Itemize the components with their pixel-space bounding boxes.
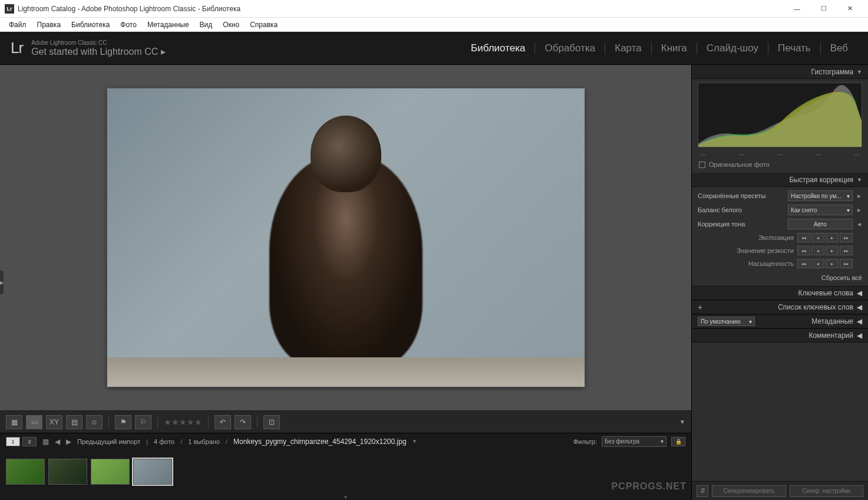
exposure-minus-large[interactable]: ◂◂ [797,233,810,242]
menu-file[interactable]: Файл [4,19,32,31]
rotate-ccw-button[interactable]: ↶ [214,415,231,429]
window-title: Lightroom Catalog - Adobe Photoshop Ligh… [18,5,784,13]
maximize-button[interactable]: ☐ [810,0,837,18]
module-print[interactable]: Печать [768,42,821,54]
rotate-cw-button[interactable]: ↷ [235,415,251,429]
auto-tone-button[interactable]: Авто [788,219,853,229]
nav-back[interactable]: ◀ [55,438,60,446]
module-slideshow[interactable]: Слайд-шоу [697,42,768,54]
close-button[interactable]: ✕ [837,0,863,18]
thumbnail[interactable] [91,459,130,485]
title-bar: Lr Lightroom Catalog - Adobe Photoshop L… [0,0,868,18]
monitor-primary[interactable]: 1 [6,437,20,446]
comment-header[interactable]: Комментарий◀ [692,328,868,343]
preview-image[interactable] [107,88,585,387]
survey-view-button[interactable]: ▤ [66,415,82,429]
reset-all-button[interactable]: Сбросить всё [821,274,862,281]
menu-view[interactable]: Вид [194,19,218,31]
quick-develop-header[interactable]: Быстрая коррекция▼ [692,173,868,187]
original-photo-checkbox[interactable] [699,162,705,168]
lr-logo: Lr [11,39,23,57]
selected-count: 1 выбрано [188,438,220,445]
keywords-header[interactable]: Ключевые слова◀ [692,286,868,300]
metadata-preset-select[interactable]: По умолчанию▾ [698,317,755,326]
minimize-button[interactable]: — [784,0,810,18]
sharpness-minus-large[interactable]: ◂◂ [797,246,810,255]
menu-edit[interactable]: Правка [32,19,67,31]
filmstrip-collapse[interactable]: ▼ [0,494,691,500]
preset-expand-icon[interactable]: ▶ [856,193,862,199]
exposure-minus[interactable]: ◂ [811,233,824,242]
grid-shortcut-icon[interactable]: ▦ [42,438,49,446]
filter-label: Фильтр: [573,438,597,445]
people-view-button[interactable]: ☺ [86,415,103,429]
sync-bar: ⇵ Синхронизировать Синхр. настройки [692,481,868,500]
menu-metadata[interactable]: Метаданные [142,19,194,31]
right-panel: Гистограмма▼ ————— Оригинальное фото Быс… [691,65,868,500]
wb-select[interactable]: Как снято▾ [788,205,853,215]
wb-label: Баланс белого [698,206,784,213]
histogram-header[interactable]: Гистограмма▼ [692,65,868,79]
tone-expand-icon[interactable]: ◀ [856,222,862,227]
sharpness-label: Значение резкости [698,247,794,254]
filename-dropdown-icon[interactable]: ▼ [412,439,417,444]
watermark: PCPROGS.NET [612,481,687,492]
filter-lock-icon[interactable]: 🔒 [671,437,685,446]
thumbnail[interactable] [6,459,45,485]
main-canvas: ▶ ▦ ▭ XY ▤ ☺ ⚑ ⚐ ★★★★★ ↶ ↷ ⊡ [0,65,691,500]
compare-view-button[interactable]: XY [46,415,62,429]
left-panel-toggle[interactable]: ▶ [0,271,4,294]
keyword-list-header[interactable]: +Список ключевых слов◀ [692,300,868,314]
preset-label: Сохранённые пресеты [698,192,784,199]
menu-help[interactable]: Справка [245,19,283,31]
sync-button[interactable]: Синхронизировать [712,485,786,497]
menu-library[interactable]: Библиотека [66,19,115,31]
module-web[interactable]: Веб [821,42,857,54]
toolbar-options[interactable]: ▼ [679,419,685,425]
preset-select[interactable]: Настройки по ум...▾ [788,190,853,201]
module-library[interactable]: Библиотека [461,42,535,54]
sharpness-plus[interactable]: ▸ [826,246,839,255]
current-filename: Monkeys_pygmy_chimpanzee_454294_1920x120… [233,438,407,446]
tone-label: Коррекция тона [698,221,784,228]
module-develop[interactable]: Обработка [535,42,605,54]
sync-settings-button[interactable]: Синхр. настройки [790,485,864,497]
brand-subtitle: Adobe Lightroom Classic CC [31,40,166,46]
saturation-minus-large[interactable]: ◂◂ [797,259,810,268]
exposure-steppers: ◂◂ ◂ ▸ ▸▸ [797,233,853,242]
histogram-display[interactable] [698,83,862,147]
metadata-header[interactable]: По умолчанию▾ Метаданные◀ [692,314,868,328]
app-icon: Lr [5,4,14,14]
sharpness-minus[interactable]: ◂ [811,246,824,255]
menu-photo[interactable]: Фото [115,19,142,31]
source-label[interactable]: Предыдущий импорт [77,438,140,445]
exposure-plus[interactable]: ▸ [826,233,839,242]
module-book[interactable]: Книга [652,42,697,54]
sharpness-plus-large[interactable]: ▸▸ [840,246,853,255]
thumbnail[interactable] [48,459,87,485]
exposure-plus-large[interactable]: ▸▸ [840,233,853,242]
loupe-view-button[interactable]: ▭ [26,415,42,429]
wb-expand-icon[interactable]: ▶ [856,208,862,213]
sync-toggle-icon[interactable]: ⇵ [697,485,708,497]
nav-forward[interactable]: ▶ [66,438,71,446]
filter-select[interactable]: Без фильтра▾ [602,436,666,447]
saturation-minus[interactable]: ◂ [811,259,824,268]
flag-reject-button[interactable]: ⚐ [135,415,151,429]
module-map[interactable]: Карта [605,42,652,54]
brand-title[interactable]: Get started with Lightroom CC ▸ [31,46,166,57]
filmstrip-header: 1 2 ▦ ◀ ▶ Предыдущий импорт | 4 фото / 1… [0,433,691,449]
identity-bar: Lr Adobe Lightroom Classic CC Get starte… [0,32,868,65]
rating-stars[interactable]: ★★★★★ [164,417,202,427]
flag-pick-button[interactable]: ⚑ [115,415,131,429]
saturation-plus-large[interactable]: ▸▸ [840,259,853,268]
monitor-secondary[interactable]: 2 [22,437,37,446]
saturation-plus[interactable]: ▸ [826,259,839,268]
face-tag-button[interactable]: ⊡ [263,415,280,429]
menu-bar: Файл Правка Библиотека Фото Метаданные В… [0,18,868,32]
add-keyword-icon[interactable]: + [698,302,702,312]
grid-view-button[interactable]: ▦ [6,415,22,429]
menu-window[interactable]: Окно [217,19,245,31]
thumbnail-selected[interactable] [133,459,172,485]
loupe-toolbar: ▦ ▭ XY ▤ ☺ ⚑ ⚐ ★★★★★ ↶ ↷ ⊡ ▼ [0,410,691,433]
